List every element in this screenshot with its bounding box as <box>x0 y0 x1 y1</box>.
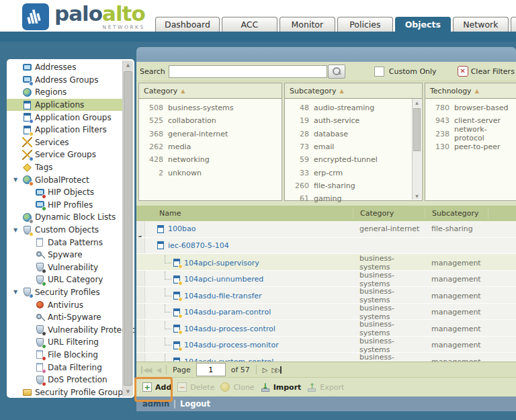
tab[interactable]: Policies <box>337 17 393 32</box>
sidebar-item[interactable]: HIP Profiles <box>7 199 122 212</box>
sidebar-item[interactable]: HIP Objects <box>7 186 122 199</box>
toolbar-button[interactable]: Export <box>307 382 344 392</box>
application-link[interactable]: 104asdu-process-control <box>184 325 275 333</box>
application-link[interactable]: 104apci-unnumbered <box>184 275 263 284</box>
sidebar-item[interactable]: Spyware <box>7 249 122 261</box>
application-link[interactable]: 104asdu-file-transfer <box>184 292 262 300</box>
column-header-subcategory[interactable]: Subcategory <box>425 208 488 218</box>
toolbar-button[interactable]: Import <box>261 382 302 392</box>
sidebar-item[interactable]: URL Filtering <box>7 336 122 349</box>
table-row[interactable]: 104apci-unnumbered business-systems mana… <box>136 271 516 288</box>
sidebar-item[interactable]: Security Profile Groups <box>7 386 122 398</box>
sidebar-item[interactable]: Data Filtering <box>7 361 122 374</box>
table-row[interactable]: iec-60870-5-104 <box>136 238 516 255</box>
sidebar-item[interactable]: Tags <box>7 161 122 174</box>
scroll-up-icon[interactable]: ▲ <box>413 100 421 105</box>
sidebar-item[interactable]: Vulnerability Protection <box>7 323 122 336</box>
scrollbar-thumb[interactable] <box>124 71 132 386</box>
toolbar-button[interactable]: Clone <box>220 382 254 392</box>
search-button[interactable] <box>328 65 345 79</box>
sidebar-item[interactable]: Data Patterns <box>7 236 122 249</box>
table-row[interactable]: 104asdu-param-control business-systems m… <box>136 304 516 321</box>
application-link[interactable]: 100bao <box>168 224 196 233</box>
subcategory-filter-row[interactable]: 260 file-sharing <box>285 179 412 192</box>
scroll-down-icon[interactable]: ▼ <box>123 389 133 394</box>
scroll-down-icon[interactable]: ▼ <box>413 194 421 198</box>
clear-filters-icon[interactable]: ✕ <box>458 66 468 77</box>
sidebar-item[interactable]: GlobalProtect <box>7 173 122 186</box>
search-input[interactable] <box>169 65 327 78</box>
subcategory-scrollbar[interactable]: ▲ ▼ <box>412 99 421 200</box>
first-page-icon[interactable]: ◀◀ <box>141 366 150 374</box>
category-filter-row[interactable]: 368 general-internet <box>139 128 282 140</box>
expander-triangle-icon[interactable] <box>13 177 22 183</box>
table-row[interactable]: 100bao general-internet file-sharing <box>136 221 516 238</box>
table-row[interactable]: 104apci-supervisory business-systems man… <box>136 254 516 271</box>
subcategory-filter-row[interactable]: 59 encrypted-tunnel <box>285 153 412 166</box>
table-row[interactable]: 104asdu-process-control business-systems… <box>136 320 516 337</box>
toolbar-button[interactable]: Add <box>142 382 171 392</box>
sidebar-item[interactable]: Antivirus <box>7 298 122 311</box>
subcategory-filter-row[interactable]: 28 database <box>285 128 412 140</box>
category-filter-row[interactable]: 508 business-systems <box>139 101 282 114</box>
sidebar-item[interactable]: Address Groups <box>7 74 122 87</box>
application-link[interactable]: 104asdu-system-control <box>184 358 273 362</box>
subcategory-filter-row[interactable]: 33 erp-crm <box>285 166 412 179</box>
column-header-name[interactable]: Name <box>136 208 353 218</box>
custom-only-checkbox[interactable] <box>374 67 384 77</box>
sidebar-item[interactable]: Services <box>7 136 122 149</box>
category-filter-row[interactable]: 2 unknown <box>139 166 282 179</box>
category-filter-row[interactable]: 262 media <box>139 140 282 153</box>
sidebar-item[interactable]: Custom Objects <box>7 224 122 237</box>
tab[interactable]: ACC <box>222 17 277 32</box>
tab[interactable]: Network <box>453 17 509 32</box>
technology-filter-row[interactable]: 238 network-protocol <box>425 128 516 140</box>
application-link[interactable]: 104asdu-process-monitor <box>184 341 279 349</box>
scrollbar-thumb[interactable] <box>413 108 421 151</box>
expander-triangle-icon[interactable] <box>13 227 22 233</box>
application-link[interactable]: 104apci-supervisory <box>184 259 259 267</box>
column-header-category[interactable]: Category <box>353 208 425 218</box>
category-filter-row[interactable]: 525 collaboration <box>139 114 282 127</box>
sidebar-item[interactable]: Security Profiles <box>7 286 122 299</box>
clear-filters-label[interactable]: Clear Filters <box>471 67 515 76</box>
technology-filter-header[interactable]: Technology ▲ <box>425 83 516 99</box>
sidebar-item[interactable]: Anti-Spyware <box>7 311 122 324</box>
sidebar-item[interactable]: Addresses <box>7 61 122 74</box>
tab[interactable]: De <box>511 17 516 32</box>
table-row[interactable]: 104asdu-system-control business-systems … <box>136 353 516 362</box>
sidebar-item[interactable]: URL Category <box>7 274 122 286</box>
technology-filter-row[interactable]: 780 browser-based <box>425 101 516 114</box>
sidebar-item[interactable]: Application Groups <box>7 111 122 124</box>
subcategory-filter-header[interactable]: Subcategory ▲ <box>285 83 422 99</box>
tab[interactable]: Monitor <box>280 17 335 32</box>
table-row[interactable]: 104asdu-process-monitor business-systems… <box>136 337 516 353</box>
sidebar-item[interactable]: Application Filters <box>7 124 122 136</box>
page-number-input[interactable] <box>196 363 226 376</box>
expander-triangle-icon[interactable] <box>13 289 22 295</box>
toolbar-button[interactable]: Delete <box>177 382 214 392</box>
subcategory-filter-row[interactable]: 73 email <box>285 140 412 153</box>
application-link[interactable]: 104asdu-param-control <box>184 308 271 317</box>
sidebar-item[interactable]: Service Groups <box>7 149 122 161</box>
sidebar-scrollbar[interactable]: ▲ ▼ <box>122 60 133 396</box>
logout-link[interactable]: Logout <box>180 399 210 409</box>
sidebar-item[interactable]: Regions <box>7 86 122 99</box>
sidebar-item[interactable]: Vulnerability <box>7 261 122 274</box>
subcategory-filter-row[interactable]: 48 audio-streaming <box>285 101 412 114</box>
sidebar-item[interactable]: File Blocking <box>7 349 122 362</box>
table-row[interactable]: 104asdu-file-transfer business-systems m… <box>136 287 516 304</box>
previous-page-icon[interactable]: ◀ <box>156 366 160 374</box>
scroll-up-icon[interactable]: ▲ <box>123 62 133 68</box>
subcategory-filter-row[interactable]: 61 gaming <box>285 192 412 205</box>
category-filter-header[interactable]: Category ▲ <box>139 83 282 99</box>
sidebar-item[interactable]: Applications <box>7 99 122 112</box>
tab[interactable]: Objects <box>395 17 451 32</box>
sidebar-item[interactable]: DoS Protection <box>7 374 122 386</box>
subcategory-filter-row[interactable]: 19 auth-service <box>285 114 412 127</box>
category-filter-row[interactable]: 428 networking <box>139 153 282 166</box>
tab[interactable]: Dashboard <box>155 17 220 32</box>
sidebar-item[interactable]: Dynamic Block Lists <box>7 211 122 224</box>
next-page-icon[interactable]: ▷ <box>263 366 267 374</box>
application-link[interactable]: iec-60870-5-104 <box>168 241 229 250</box>
